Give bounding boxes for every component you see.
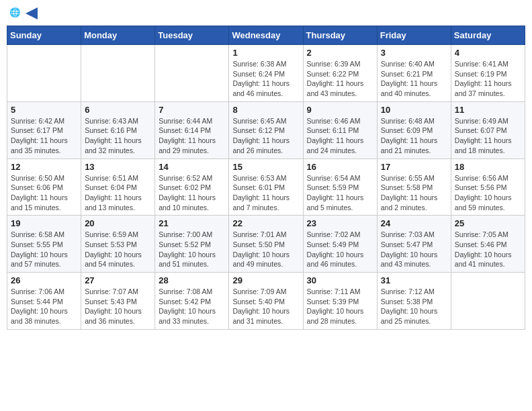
calendar-day-cell: 5Sunrise: 6:42 AM Sunset: 6:17 PM Daylig… bbox=[7, 101, 81, 158]
calendar-day-cell: 12Sunrise: 6:50 AM Sunset: 6:06 PM Dayli… bbox=[7, 158, 81, 216]
day-number: 28 bbox=[159, 275, 225, 285]
day-info: Sunrise: 6:59 AM Sunset: 5:53 PM Dayligh… bbox=[85, 230, 151, 269]
logo: 🌐 bbox=[9, 7, 38, 20]
day-number: 30 bbox=[307, 275, 373, 285]
day-number: 17 bbox=[381, 162, 447, 172]
day-info: Sunrise: 6:52 AM Sunset: 6:02 PM Dayligh… bbox=[159, 173, 225, 213]
day-number: 27 bbox=[85, 275, 151, 285]
day-info: Sunrise: 6:56 AM Sunset: 5:56 PM Dayligh… bbox=[455, 173, 521, 213]
calendar-day-cell: 17Sunrise: 6:55 AM Sunset: 5:58 PM Dayli… bbox=[377, 158, 451, 216]
day-number: 18 bbox=[455, 162, 521, 172]
logo-icon: 🌐 bbox=[9, 7, 23, 20]
day-number: 6 bbox=[85, 105, 151, 115]
day-number: 11 bbox=[455, 105, 521, 115]
calendar-day-cell: 1Sunrise: 6:38 AM Sunset: 6:24 PM Daylig… bbox=[229, 45, 303, 102]
calendar-day-cell: 3Sunrise: 6:40 AM Sunset: 6:21 PM Daylig… bbox=[377, 45, 451, 102]
day-info: Sunrise: 7:08 AM Sunset: 5:42 PM Dayligh… bbox=[159, 287, 225, 326]
calendar-day-cell: 11Sunrise: 6:49 AM Sunset: 6:07 PM Dayli… bbox=[451, 101, 525, 158]
calendar-day-cell: 20Sunrise: 6:59 AM Sunset: 5:53 PM Dayli… bbox=[81, 216, 155, 273]
svg-text:🌐: 🌐 bbox=[9, 7, 21, 18]
day-info: Sunrise: 7:11 AM Sunset: 5:39 PM Dayligh… bbox=[307, 287, 373, 326]
day-info: Sunrise: 7:03 AM Sunset: 5:47 PM Dayligh… bbox=[381, 230, 447, 269]
calendar-day-cell: 7Sunrise: 6:44 AM Sunset: 6:14 PM Daylig… bbox=[155, 101, 229, 158]
calendar-day-cell bbox=[81, 45, 155, 102]
calendar-day-cell bbox=[7, 45, 81, 102]
day-info: Sunrise: 7:06 AM Sunset: 5:44 PM Dayligh… bbox=[11, 287, 77, 326]
weekday-header: Monday bbox=[81, 26, 155, 45]
day-info: Sunrise: 6:55 AM Sunset: 5:58 PM Dayligh… bbox=[381, 173, 447, 213]
day-number: 31 bbox=[381, 275, 447, 285]
calendar-week-row: 12Sunrise: 6:50 AM Sunset: 6:06 PM Dayli… bbox=[7, 158, 525, 216]
calendar-day-cell: 27Sunrise: 7:07 AM Sunset: 5:43 PM Dayli… bbox=[81, 273, 155, 330]
day-info: Sunrise: 7:05 AM Sunset: 5:46 PM Dayligh… bbox=[455, 230, 521, 269]
calendar-day-cell: 15Sunrise: 6:53 AM Sunset: 6:01 PM Dayli… bbox=[229, 158, 303, 216]
calendar-day-cell: 26Sunrise: 7:06 AM Sunset: 5:44 PM Dayli… bbox=[7, 273, 81, 330]
weekday-header: Tuesday bbox=[155, 26, 229, 45]
day-number: 14 bbox=[159, 162, 225, 172]
day-info: Sunrise: 7:01 AM Sunset: 5:50 PM Dayligh… bbox=[232, 230, 299, 269]
calendar-week-row: 19Sunrise: 6:58 AM Sunset: 5:55 PM Dayli… bbox=[7, 216, 525, 273]
calendar-day-cell: 30Sunrise: 7:11 AM Sunset: 5:39 PM Dayli… bbox=[303, 273, 377, 330]
day-info: Sunrise: 6:54 AM Sunset: 5:59 PM Dayligh… bbox=[307, 173, 373, 213]
day-info: Sunrise: 6:58 AM Sunset: 5:55 PM Dayligh… bbox=[11, 230, 77, 269]
calendar-day-cell: 6Sunrise: 6:43 AM Sunset: 6:16 PM Daylig… bbox=[81, 101, 155, 158]
day-info: Sunrise: 6:51 AM Sunset: 6:04 PM Dayligh… bbox=[85, 173, 151, 213]
day-info: Sunrise: 6:50 AM Sunset: 6:06 PM Dayligh… bbox=[11, 173, 77, 213]
day-number: 16 bbox=[307, 162, 373, 172]
day-number: 12 bbox=[11, 162, 77, 172]
day-number: 2 bbox=[307, 48, 373, 58]
calendar-week-row: 5Sunrise: 6:42 AM Sunset: 6:17 PM Daylig… bbox=[7, 101, 525, 158]
calendar-day-cell: 22Sunrise: 7:01 AM Sunset: 5:50 PM Dayli… bbox=[229, 216, 303, 273]
calendar-day-cell bbox=[155, 45, 229, 102]
calendar-day-cell: 21Sunrise: 7:00 AM Sunset: 5:52 PM Dayli… bbox=[155, 216, 229, 273]
day-number: 20 bbox=[85, 218, 151, 228]
day-info: Sunrise: 6:45 AM Sunset: 6:12 PM Dayligh… bbox=[232, 116, 299, 156]
calendar-day-cell: 2Sunrise: 6:39 AM Sunset: 6:22 PM Daylig… bbox=[303, 45, 377, 102]
svg-marker-1 bbox=[26, 7, 38, 19]
calendar-day-cell: 8Sunrise: 6:45 AM Sunset: 6:12 PM Daylig… bbox=[229, 101, 303, 158]
weekday-header: Sunday bbox=[7, 26, 81, 45]
calendar-day-cell: 13Sunrise: 6:51 AM Sunset: 6:04 PM Dayli… bbox=[81, 158, 155, 216]
day-info: Sunrise: 6:46 AM Sunset: 6:11 PM Dayligh… bbox=[307, 116, 373, 156]
day-info: Sunrise: 6:38 AM Sunset: 6:24 PM Dayligh… bbox=[232, 59, 299, 99]
day-info: Sunrise: 6:43 AM Sunset: 6:16 PM Dayligh… bbox=[85, 116, 151, 156]
day-number: 24 bbox=[381, 218, 447, 228]
day-info: Sunrise: 7:09 AM Sunset: 5:40 PM Dayligh… bbox=[232, 287, 299, 326]
calendar-table: SundayMondayTuesdayWednesdayThursdayFrid… bbox=[7, 26, 525, 330]
calendar-day-cell: 25Sunrise: 7:05 AM Sunset: 5:46 PM Dayli… bbox=[451, 216, 525, 273]
day-number: 3 bbox=[381, 48, 447, 58]
logo-arrow-icon bbox=[26, 7, 38, 19]
day-info: Sunrise: 6:42 AM Sunset: 6:17 PM Dayligh… bbox=[11, 116, 77, 156]
day-number: 10 bbox=[381, 105, 447, 115]
calendar-day-cell: 10Sunrise: 6:48 AM Sunset: 6:09 PM Dayli… bbox=[377, 101, 451, 158]
calendar-week-row: 1Sunrise: 6:38 AM Sunset: 6:24 PM Daylig… bbox=[7, 45, 525, 102]
calendar-day-cell: 28Sunrise: 7:08 AM Sunset: 5:42 PM Dayli… bbox=[155, 273, 229, 330]
calendar-day-cell: 4Sunrise: 6:41 AM Sunset: 6:19 PM Daylig… bbox=[451, 45, 525, 102]
weekday-header: Saturday bbox=[451, 26, 525, 45]
day-number: 19 bbox=[11, 218, 77, 228]
calendar-header-row: SundayMondayTuesdayWednesdayThursdayFrid… bbox=[7, 26, 525, 45]
calendar-day-cell: 31Sunrise: 7:12 AM Sunset: 5:38 PM Dayli… bbox=[377, 273, 451, 330]
day-info: Sunrise: 7:02 AM Sunset: 5:49 PM Dayligh… bbox=[307, 230, 373, 269]
day-number: 13 bbox=[85, 162, 151, 172]
day-info: Sunrise: 6:53 AM Sunset: 6:01 PM Dayligh… bbox=[232, 173, 299, 213]
calendar-week-row: 26Sunrise: 7:06 AM Sunset: 5:44 PM Dayli… bbox=[7, 273, 525, 330]
day-info: Sunrise: 7:07 AM Sunset: 5:43 PM Dayligh… bbox=[85, 287, 151, 326]
weekday-header: Wednesday bbox=[229, 26, 303, 45]
calendar-day-cell bbox=[451, 273, 525, 330]
calendar-day-cell: 14Sunrise: 6:52 AM Sunset: 6:02 PM Dayli… bbox=[155, 158, 229, 216]
day-info: Sunrise: 6:48 AM Sunset: 6:09 PM Dayligh… bbox=[381, 116, 447, 156]
day-number: 8 bbox=[232, 105, 299, 115]
day-number: 5 bbox=[11, 105, 77, 115]
day-number: 15 bbox=[232, 162, 299, 172]
day-number: 25 bbox=[455, 218, 521, 228]
calendar-day-cell: 23Sunrise: 7:02 AM Sunset: 5:49 PM Dayli… bbox=[303, 216, 377, 273]
calendar-day-cell: 16Sunrise: 6:54 AM Sunset: 5:59 PM Dayli… bbox=[303, 158, 377, 216]
calendar-day-cell: 9Sunrise: 6:46 AM Sunset: 6:11 PM Daylig… bbox=[303, 101, 377, 158]
page-header: 🌐 bbox=[7, 7, 525, 20]
calendar-day-cell: 19Sunrise: 6:58 AM Sunset: 5:55 PM Dayli… bbox=[7, 216, 81, 273]
weekday-header: Thursday bbox=[303, 26, 377, 45]
weekday-header: Friday bbox=[377, 26, 451, 45]
day-number: 22 bbox=[232, 218, 299, 228]
day-info: Sunrise: 7:12 AM Sunset: 5:38 PM Dayligh… bbox=[381, 287, 447, 326]
